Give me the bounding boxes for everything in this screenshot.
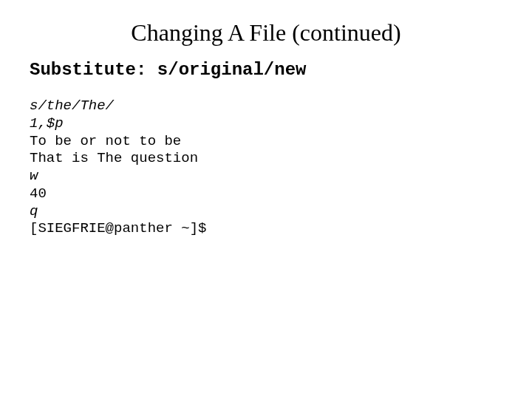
code-block: s/the/The/ 1,$p To be or not to be That … [30,98,502,238]
code-line: 40 [30,185,47,202]
code-line: That is The question [30,150,198,166]
page-title: Changing A File (continued) [30,19,502,47]
code-line: To be or not to be [30,133,181,149]
slide: Changing A File (continued) Substitute: … [0,0,532,399]
code-line: s/the/The/ [30,98,114,114]
section-subhead: Substitute: s/original/new [30,60,502,80]
code-line: 1,$p [30,115,64,132]
code-line: [SIEGFRIE@panther ~]$ [30,220,206,236]
code-line: w [30,168,38,184]
code-line: q [30,203,38,219]
